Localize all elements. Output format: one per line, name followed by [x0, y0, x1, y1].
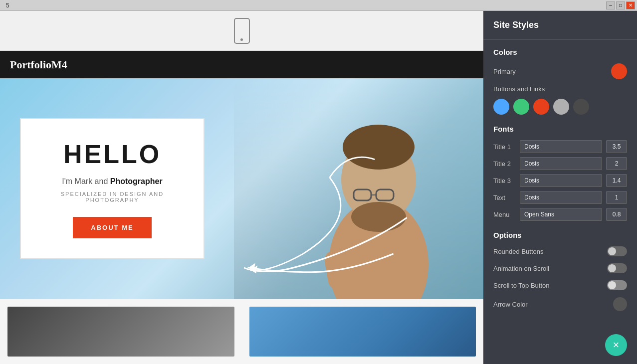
options-section: Options Rounded Buttons Animation on Scr… — [493, 231, 627, 311]
hero-tagline: SPECIALIZED IN DESIGN AND PHOTOGRAPHY — [41, 191, 184, 203]
close-fab-button[interactable]: × — [605, 334, 627, 356]
svg-point-3 — [351, 202, 406, 232]
swatch-gray[interactable] — [553, 99, 569, 115]
font-select-menu[interactable]: Open SansDosisRoboto — [520, 208, 602, 221]
hero-card: HELLO I'm Mark and Photographer SPECIALI… — [20, 118, 205, 259]
colors-section: Colors Primary Buttons and Links — [493, 48, 627, 115]
font-label-title1: Title 1 — [493, 143, 516, 151]
font-size-title1[interactable] — [606, 140, 627, 153]
font-row-menu: Menu Open SansDosisRoboto — [493, 208, 627, 221]
toggle-knob-3 — [608, 281, 616, 289]
mobile-device-icon[interactable] — [234, 18, 250, 44]
close-button[interactable]: ✕ — [626, 1, 635, 9]
hero-person-figure — [234, 78, 483, 299]
font-select-title3[interactable]: DosisOpen SansRoboto — [520, 174, 602, 187]
about-me-button[interactable]: ABOUT ME — [73, 217, 151, 238]
preview-topbar — [0, 11, 483, 51]
font-row-title1: Title 1 DosisOpen SansRoboto — [493, 140, 627, 153]
window-title: 5 — [2, 2, 9, 9]
svg-point-2 — [343, 125, 415, 170]
hero-section: HELLO I'm Mark and Photographer SPECIALI… — [0, 78, 483, 299]
font-label-title3: Title 3 — [493, 177, 516, 184]
hero-title: HELLO — [41, 139, 184, 169]
font-label-text: Text — [493, 194, 516, 201]
minimize-button[interactable]: – — [606, 1, 615, 9]
arrow-color-label: Arrow Color — [493, 301, 528, 308]
font-size-text[interactable] — [606, 191, 627, 204]
option-rounded-buttons: Rounded Buttons — [493, 246, 627, 256]
swatch-orange[interactable] — [533, 99, 549, 115]
primary-label: Primary — [493, 68, 516, 75]
rounded-buttons-toggle[interactable] — [607, 246, 627, 256]
font-select-title2[interactable]: DosisOpen SansRoboto — [520, 157, 602, 170]
options-section-title: Options — [493, 231, 627, 239]
main-container: PortfolioM4 HELLO I'm Mark and Photograp… — [0, 11, 637, 364]
window-bar: 5 – □ ✕ — [0, 0, 637, 11]
site-logo: PortfolioM4 — [10, 58, 67, 71]
scroll-top-toggle[interactable] — [607, 280, 627, 290]
subtitle-plain: I'm Mark and — [62, 177, 110, 185]
panel-content: Colors Primary Buttons and Links — [483, 40, 637, 329]
animation-scroll-label: Animation on Scroll — [493, 265, 549, 272]
font-select-text[interactable]: DosisOpen SansRoboto — [520, 191, 602, 204]
buttons-color-row: Buttons and Links — [493, 85, 627, 93]
arrow-color-swatch[interactable] — [613, 297, 627, 311]
toggle-knob-2 — [608, 264, 616, 272]
swatch-green[interactable] — [513, 99, 529, 115]
swatch-dark[interactable] — [573, 99, 589, 115]
font-size-menu[interactable] — [606, 208, 627, 221]
person-svg — [234, 78, 483, 299]
hero-subtitle: I'm Mark and Photographer — [41, 177, 184, 186]
styles-panel: Site Styles Colors Primary Buttons and L… — [483, 11, 637, 364]
fonts-section-title: Fonts — [493, 125, 627, 133]
panel-header: Site Styles — [483, 11, 637, 40]
option-animation-scroll: Animation on Scroll — [493, 263, 627, 273]
thumbnail-2 — [249, 307, 476, 357]
swatch-blue[interactable] — [493, 99, 509, 115]
font-select-title1[interactable]: DosisOpen SansRoboto — [520, 140, 602, 153]
toggle-knob — [608, 247, 616, 255]
colors-section-title: Colors — [493, 48, 627, 56]
preview-area: PortfolioM4 HELLO I'm Mark and Photograp… — [0, 11, 483, 364]
font-size-title3[interactable] — [606, 174, 627, 187]
font-row-text: Text DosisOpen SansRoboto — [493, 191, 627, 204]
thumbnail-1 — [7, 307, 234, 357]
maximize-button[interactable]: □ — [616, 1, 625, 9]
primary-color-swatch[interactable] — [611, 63, 627, 79]
close-icon: × — [613, 340, 620, 351]
device-dot — [240, 38, 243, 41]
font-size-title2[interactable] — [606, 157, 627, 170]
bottom-section — [0, 299, 483, 364]
option-scroll-top: Scroll to Top Button — [493, 280, 627, 290]
animation-scroll-toggle[interactable] — [607, 263, 627, 273]
window-controls: – □ ✕ — [606, 1, 635, 9]
rounded-buttons-label: Rounded Buttons — [493, 248, 543, 255]
site-navbar: PortfolioM4 — [0, 51, 483, 78]
subtitle-bold: Photographer — [110, 177, 163, 185]
font-row-title2: Title 2 DosisOpen SansRoboto — [493, 157, 627, 170]
fonts-section: Fonts Title 1 DosisOpen SansRoboto Title… — [493, 125, 627, 221]
font-label-menu: Menu — [493, 211, 516, 218]
color-swatches-row — [493, 99, 627, 115]
font-row-title3: Title 3 DosisOpen SansRoboto — [493, 174, 627, 187]
primary-color-row: Primary — [493, 63, 627, 79]
buttons-label: Buttons and Links — [493, 85, 545, 93]
font-label-title2: Title 2 — [493, 160, 516, 168]
scroll-top-label: Scroll to Top Button — [493, 282, 550, 289]
option-arrow-color: Arrow Color — [493, 297, 627, 311]
